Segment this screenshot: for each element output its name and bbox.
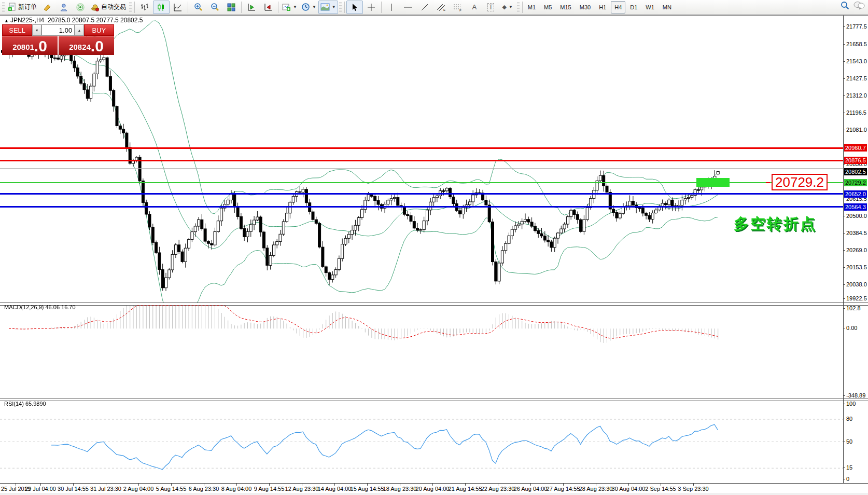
buy-button[interactable]: BUY — [84, 24, 114, 36]
hline-20876.5[interactable] — [0, 160, 843, 161]
arrows-tool[interactable]: ◆ ▼ — [499, 1, 516, 14]
buy-price[interactable]: 20824.0 — [59, 36, 114, 55]
crosshair-tool-button[interactable] — [363, 1, 380, 14]
cn-annotation-text[interactable]: 多空转折点 — [734, 214, 817, 235]
crayon-icon — [43, 3, 51, 11]
sell-price[interactable]: 20801.0 — [2, 36, 58, 55]
axis-tick-label: 21543.0 — [846, 58, 867, 65]
zoom-out-button[interactable] — [206, 1, 223, 14]
fibonacci-tool[interactable]: F — [450, 1, 466, 14]
rsi-canvas[interactable] — [0, 400, 843, 483]
indicators-icon — [282, 3, 291, 11]
bar-chart-button[interactable] — [136, 1, 153, 14]
green-highlight-box[interactable] — [696, 178, 730, 187]
profile-button[interactable] — [55, 1, 72, 14]
buy-price-frac: .0 — [91, 38, 104, 54]
chat-icon[interactable] — [853, 1, 865, 10]
hline-20824[interactable] — [0, 168, 843, 169]
periods-button[interactable]: ▼ — [299, 1, 318, 14]
macd-canvas[interactable] — [0, 304, 843, 397]
bar-chart-icon — [141, 3, 149, 11]
time-tick — [16, 484, 16, 486]
templates-caret: ▼ — [332, 5, 336, 9]
axis-tick-label: 80 — [846, 416, 852, 422]
axis-tick-label: 21427.5 — [846, 75, 867, 82]
sell-button[interactable]: SELL — [2, 24, 32, 36]
horizontal-line-tool[interactable] — [400, 1, 416, 14]
time-label: 6 Aug 23:30 — [189, 486, 219, 492]
buy-price-int: 20824 — [69, 40, 91, 54]
hline-20564.3[interactable] — [0, 206, 843, 208]
volume-input[interactable]: 1.00 — [41, 24, 75, 36]
volume-increase-button[interactable]: ▲ — [75, 24, 84, 36]
vertical-line-tool[interactable] — [383, 1, 400, 14]
channel-tool[interactable]: E — [433, 1, 450, 14]
toolbar: 新订单 自动交易 — [0, 0, 868, 15]
time-tick — [432, 484, 433, 486]
auto-scroll-icon — [247, 3, 256, 11]
time-tick — [204, 484, 204, 486]
time-tick — [367, 484, 368, 486]
text-tool[interactable]: A — [466, 1, 483, 14]
price-axis[interactable]: 21777.521658.521543.021427.521312.021196… — [844, 15, 868, 483]
text-label-tool[interactable]: T — [483, 1, 499, 14]
search-icon[interactable] — [841, 1, 849, 10]
candlestick-chart-button[interactable] — [153, 1, 170, 14]
time-axis[interactable]: 25 Jul 201929 Jul 04:0030 Jul 14:5531 Ju… — [0, 484, 868, 493]
tile-windows-button[interactable] — [223, 1, 240, 14]
time-label: 9 Aug 14:55 — [254, 486, 285, 492]
profile-icon — [60, 3, 68, 11]
axis-tick-label: 0 — [846, 476, 849, 483]
toolbar-grip[interactable] — [2, 2, 5, 12]
time-label: 5 Aug 14:55 — [156, 486, 187, 492]
styler-button[interactable] — [39, 1, 55, 14]
new-order-button[interactable]: 新订单 — [6, 1, 39, 14]
auto-trading-label: 自动交易 — [101, 3, 126, 11]
timeframe-m5[interactable]: M5 — [540, 1, 555, 13]
crosshair-icon — [367, 3, 375, 11]
vertical-line-icon — [388, 3, 395, 11]
cursor-tool-button[interactable] — [346, 1, 363, 14]
auto-trading-button[interactable]: 自动交易 — [89, 1, 128, 14]
timeframe-m1[interactable]: M1 — [524, 1, 539, 13]
zoom-in-button[interactable] — [190, 1, 206, 14]
timeframe-mn[interactable]: MN — [659, 1, 675, 13]
time-tick — [269, 484, 270, 486]
time-tick — [563, 484, 564, 486]
timeframe-h1[interactable]: H1 — [595, 1, 610, 13]
timeframe-bar: M1M5M15M30H1H4D1W1MN — [524, 1, 675, 13]
time-label: 26 Aug 04:00 — [514, 486, 548, 492]
timeframe-d1[interactable]: D1 — [626, 1, 641, 13]
time-tick — [498, 484, 498, 486]
line-chart-button[interactable] — [170, 1, 186, 14]
text-label-icon: T — [487, 3, 494, 11]
timeframe-m15[interactable]: M15 — [556, 1, 575, 13]
timeframe-w1[interactable]: W1 — [642, 1, 658, 13]
channel-icon: E — [437, 3, 446, 11]
time-label: 12 Aug 23:30 — [285, 486, 319, 492]
timeframe-m30[interactable]: M30 — [576, 1, 594, 13]
signals-button[interactable] — [72, 1, 89, 14]
templates-button[interactable]: ▼ — [318, 1, 338, 14]
axis-tick-label: 21081.0 — [846, 127, 867, 133]
time-tick — [302, 484, 302, 486]
time-label: 14 Aug 04:00 — [318, 486, 352, 492]
time-tick — [400, 484, 400, 486]
trendline-tool[interactable] — [416, 1, 433, 14]
price-chart-canvas[interactable] — [0, 16, 843, 302]
arrows-caret: ▼ — [509, 5, 513, 9]
hline-20960.7[interactable] — [0, 147, 843, 149]
volume-decrease-button[interactable]: ▼ — [32, 24, 41, 36]
sell-price-frac: .0 — [34, 38, 47, 54]
candlestick-chart-icon — [157, 3, 165, 11]
big-price-label[interactable]: 20729.2 — [772, 174, 828, 190]
time-label: 27 Aug 14:55 — [547, 486, 580, 492]
time-label: 2 Sep 14:55 — [645, 486, 676, 492]
chart-shift-button[interactable] — [260, 1, 276, 14]
timeframe-h4[interactable]: H4 — [611, 1, 625, 13]
collapse-arrow-icon[interactable]: ▲ — [4, 18, 9, 23]
indicators-button[interactable]: ▼ — [280, 1, 299, 14]
auto-scroll-button[interactable] — [243, 1, 260, 14]
hline-20652[interactable] — [0, 193, 843, 195]
time-label: 29 Jul 04:00 — [25, 486, 56, 492]
